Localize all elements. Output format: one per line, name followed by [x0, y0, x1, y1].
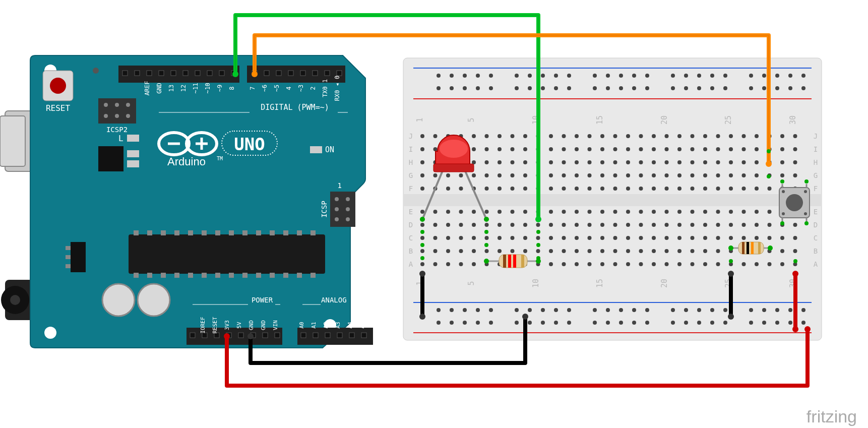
svg-point-443: [498, 236, 502, 240]
svg-point-217: [645, 86, 649, 90]
svg-point-182: [515, 308, 519, 312]
svg-point-435: [472, 262, 476, 266]
svg-text:H: H: [409, 158, 413, 166]
svg-point-483: [600, 236, 604, 240]
svg-text:A0: A0: [298, 322, 305, 328]
svg-point-472: [575, 223, 579, 227]
svg-point-553: [780, 236, 784, 240]
svg-point-489: [613, 249, 617, 253]
svg-point-616: [484, 259, 489, 264]
svg-point-537: [742, 223, 746, 227]
svg-point-331: [600, 134, 604, 138]
svg-point-204: [606, 74, 610, 78]
svg-point-269: [433, 173, 438, 177]
arduino-uno: RESET ICSP2 AREFGND1312~11~10~98 7~6~54~…: [0, 55, 373, 348]
svg-point-261: [420, 134, 424, 138]
svg-point-444: [498, 249, 502, 253]
svg-rect-628: [747, 242, 749, 254]
svg-rect-103: [242, 230, 247, 235]
svg-point-547: [768, 223, 772, 227]
svg-rect-111: [297, 230, 302, 235]
svg-text:J: J: [814, 132, 818, 140]
svg-rect-76: [98, 146, 123, 171]
svg-point-197: [567, 86, 571, 90]
svg-point-412: [420, 223, 424, 227]
reset-button[interactable]: RESET: [43, 71, 73, 113]
svg-point-400: [768, 187, 772, 191]
svg-text:E: E: [814, 208, 818, 216]
svg-point-603: [419, 271, 425, 277]
svg-point-320: [562, 187, 566, 191]
svg-rect-24: [147, 71, 152, 76]
svg-point-231: [697, 321, 701, 325]
svg-point-205: [606, 86, 610, 90]
svg-point-595: [232, 71, 238, 77]
svg-point-162: [437, 308, 441, 312]
svg-rect-12: [98, 98, 136, 124]
svg-point-313: [549, 160, 553, 164]
svg-point-519: [691, 249, 695, 253]
svg-point-526: [716, 210, 720, 214]
svg-point-222: [671, 308, 675, 312]
svg-point-246: [762, 308, 766, 312]
svg-point-357: [665, 147, 669, 151]
svg-point-212: [632, 74, 636, 78]
svg-point-428: [459, 236, 463, 240]
svg-point-324: [575, 173, 579, 177]
svg-rect-96: [188, 273, 193, 278]
svg-point-281: [472, 134, 476, 138]
svg-point-517: [691, 223, 695, 227]
svg-point-344: [626, 173, 630, 177]
svg-point-388: [742, 160, 746, 164]
svg-point-395: [755, 187, 759, 191]
svg-point-598: [766, 161, 772, 167]
svg-rect-118: [66, 264, 71, 268]
svg-point-527: [716, 223, 720, 227]
svg-rect-112: [297, 273, 302, 278]
svg-point-225: [684, 86, 688, 90]
svg-rect-28: [171, 71, 176, 76]
svg-point-514: [677, 249, 681, 253]
svg-point-420: [433, 262, 438, 266]
digital-pins-right[interactable]: [247, 66, 345, 83]
svg-rect-114: [311, 273, 316, 278]
svg-point-171: [463, 321, 467, 325]
svg-rect-621: [513, 255, 516, 268]
svg-point-214: [632, 308, 636, 312]
svg-rect-620: [508, 255, 511, 268]
svg-text:5: 5: [467, 117, 476, 122]
svg-rect-32: [195, 71, 200, 76]
svg-text:15: 15: [595, 115, 604, 125]
svg-point-533: [729, 236, 733, 240]
svg-point-339: [613, 173, 617, 177]
svg-point-251: [775, 321, 779, 325]
svg-point-548: [768, 236, 772, 240]
svg-point-642: [804, 179, 809, 184]
svg-point-83: [346, 217, 350, 221]
svg-point-243: [749, 321, 753, 325]
svg-point-418: [433, 236, 438, 240]
svg-point-473: [575, 236, 579, 240]
svg-point-558: [793, 236, 797, 240]
svg-point-426: [459, 210, 463, 214]
svg-point-606: [728, 314, 734, 320]
svg-point-478: [588, 236, 592, 240]
svg-text:VIN: VIN: [272, 320, 279, 330]
svg-point-416: [433, 210, 438, 214]
svg-point-176: [489, 74, 493, 78]
svg-point-543: [755, 236, 759, 240]
svg-point-318: [562, 160, 566, 164]
svg-text:8: 8: [228, 86, 235, 90]
svg-rect-147: [325, 333, 330, 338]
svg-point-380: [716, 187, 720, 191]
svg-point-515: [677, 262, 681, 266]
svg-rect-21: [247, 66, 345, 83]
svg-rect-109: [283, 230, 288, 235]
svg-point-319: [562, 173, 566, 177]
svg-point-327: [588, 147, 592, 151]
svg-text:1: 1: [338, 181, 342, 190]
svg-point-559: [793, 249, 797, 253]
svg-point-384: [729, 173, 733, 177]
svg-point-82: [335, 217, 339, 221]
svg-point-427: [459, 223, 463, 227]
